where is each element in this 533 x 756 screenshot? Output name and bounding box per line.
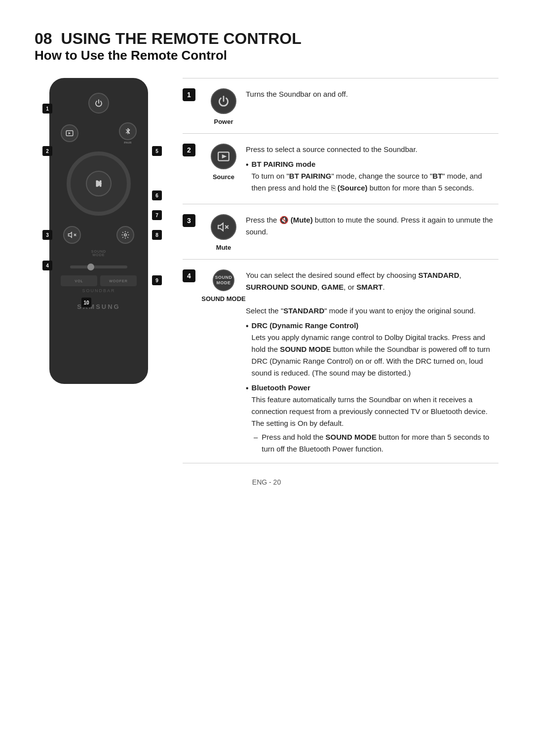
sound-mode-desc: You can select the desired sound effect … [246, 267, 498, 455]
table-row: 3 Mute Press the 🔇 (Mute) button to mute… [183, 204, 498, 259]
feature-table: 1 Power Turns the Soundbar on and off. 2 [183, 78, 498, 463]
source-btn-remote [61, 124, 78, 142]
remote-num-4: 4 [42, 261, 52, 270]
svg-point-8 [124, 234, 127, 236]
num-badge-4: 4 [183, 269, 195, 282]
soundbar-label: SOUNDBAR [82, 288, 115, 293]
num-badge-2: 2 [183, 144, 195, 156]
remote-num-1: 1 [42, 104, 52, 113]
table-row: 2 Source Press to select a source connec… [183, 133, 498, 204]
sound-mode-label: SOUND MODE [201, 295, 246, 302]
remote-illustration: 1 2 3 4 5 6 7 8 9 10 [35, 78, 163, 384]
svg-marker-11 [218, 223, 223, 230]
remote-num-6: 6 [152, 190, 162, 200]
svg-marker-5 [69, 232, 72, 238]
remote-num-5: 5 [152, 146, 162, 156]
power-desc: Turns the Soundbar on and off. [246, 86, 498, 125]
page-footer: ENG - 20 [35, 478, 498, 486]
page-title: 08USING THE REMOTE CONTROL [35, 30, 498, 48]
vol-btn: VOL [61, 275, 97, 286]
remote-num-8: 8 [152, 230, 162, 240]
vol-woofer-row: VOL WOOFER [58, 275, 139, 286]
mute-btn-remote [63, 226, 81, 244]
bt-pair-btn-remote: PAIR [119, 122, 137, 144]
mute-desc: Press the 🔇 (Mute) button to mute the so… [246, 212, 498, 251]
power-btn-remote [88, 93, 109, 113]
woofer-btn: WOOFER [100, 275, 137, 286]
sound-mode-label-remote: SOUND MODE [91, 250, 106, 257]
settings-btn-remote [116, 226, 134, 244]
pair-label: PAIR [124, 141, 132, 144]
source-label: Source [213, 173, 234, 181]
remote-num-3: 3 [42, 230, 52, 240]
play-pause-btn [86, 171, 112, 196]
mute-icon-btn [211, 214, 236, 240]
sound-mode-icon-btn: SOUNDMODE [213, 269, 234, 291]
source-desc: Press to select a source connected to th… [246, 142, 498, 196]
source-icon-btn [211, 144, 236, 169]
section-title: How to Use the Remote Control [35, 48, 498, 63]
svg-marker-10 [222, 154, 227, 159]
remote-num-9: 9 [152, 275, 162, 285]
power-icon-btn [211, 88, 236, 114]
power-label: Power [214, 118, 233, 125]
num-badge-1: 1 [183, 88, 195, 101]
remote-body: PAIR [49, 78, 148, 384]
table-row: 1 Power Turns the Soundbar on and off. [183, 78, 498, 133]
remote-num-2: 2 [42, 146, 52, 156]
table-row: 4 SOUNDMODE SOUND MODE You can select th… [183, 259, 498, 463]
remote-num-7: 7 [152, 210, 162, 220]
num-badge-3: 3 [183, 214, 195, 227]
svg-rect-2 [96, 181, 98, 187]
mute-label: Mute [216, 244, 231, 251]
remote-num-10: 10 [81, 298, 91, 307]
dpad-remote [67, 151, 131, 216]
slider-remote [58, 264, 139, 270]
